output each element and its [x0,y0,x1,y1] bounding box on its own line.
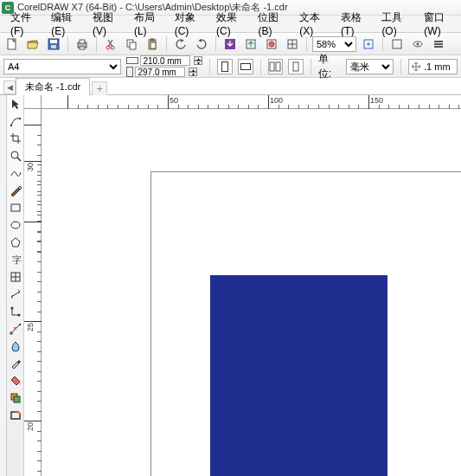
open-button[interactable] [24,35,42,53]
tab-add-button[interactable]: + [92,81,107,95]
svg-point-33 [11,222,20,228]
svg-point-37 [17,314,20,317]
height-spinner[interactable]: ▲▼ [189,68,197,76]
menu-object[interactable]: 对象(C) [170,9,209,39]
separator [96,36,97,52]
svg-rect-24 [434,43,443,45]
svg-rect-5 [80,40,85,43]
svg-rect-23 [434,41,443,42]
separator [166,36,167,52]
table-tool[interactable] [9,270,22,284]
svg-rect-27 [276,62,280,71]
paste-button[interactable] [144,35,161,53]
zoom-tool[interactable] [9,149,22,163]
rectangle-tool[interactable] [9,201,22,215]
text-tool[interactable]: 字 [9,253,22,267]
interactive-tool[interactable] [9,322,22,336]
nudge-input[interactable] [424,61,455,72]
nudge-distance[interactable] [408,59,458,74]
pick-tool[interactable] [9,97,22,111]
menu-edit[interactable]: 编辑(E) [46,9,86,39]
current-page-button[interactable] [288,59,304,74]
redo-button[interactable] [193,35,210,53]
menu-file[interactable]: 文件(F) [5,9,44,39]
width-spinner[interactable]: ▲▼ [194,56,202,65]
rectangle-shape[interactable] [210,275,387,476]
menu-bitmap[interactable]: 位图(B) [253,9,292,39]
menu-window[interactable]: 窗口(W) [419,9,461,39]
svg-point-36 [10,307,13,310]
landscape-button[interactable] [238,59,253,74]
transparency-tool[interactable] [9,339,22,353]
menu-text[interactable]: 文本(X) [294,9,334,39]
new-button[interactable] [3,35,21,53]
undo-button[interactable] [172,35,189,53]
svg-point-17 [269,42,274,47]
separator [260,59,261,74]
property-bar: A4A3A5LetterLegal ▲▼ ▲▼ 单位: 毫米厘米英寸像素点 [0,55,461,78]
svg-rect-38 [10,332,12,334]
tab-scroll-left[interactable]: ◀ [3,80,16,94]
export-button[interactable] [242,35,259,53]
nudge-icon [411,61,421,72]
fill-tool[interactable] [9,374,22,388]
freehand-tool[interactable] [9,166,22,180]
ellipse-tool[interactable] [9,218,22,232]
toolbox: 字 [7,95,24,476]
svg-text:字: 字 [12,254,22,265]
svg-rect-39 [19,324,21,325]
dimension-tool[interactable] [9,287,22,301]
page-width-input[interactable] [143,55,188,66]
menu-view[interactable]: 视图(V) [87,9,127,39]
import-button[interactable] [221,35,239,53]
fullscreen-button[interactable] [388,35,406,53]
menu-table[interactable]: 表格(T) [336,9,375,39]
height-icon [126,67,133,77]
print-button[interactable] [74,35,91,53]
svg-rect-32 [11,204,20,211]
svg-point-22 [417,42,419,45]
smart-fill-tool[interactable] [9,391,22,405]
document-tab[interactable]: 未命名 -1.cdr [16,78,90,95]
cut-button[interactable] [102,35,119,53]
options-button[interactable] [430,35,447,53]
horizontal-ruler[interactable]: 50100150200 [42,95,461,109]
eyedropper-tool[interactable] [9,357,22,370]
svg-rect-12 [150,39,154,41]
snap-button[interactable] [284,35,301,53]
separator [306,36,307,52]
all-pages-button[interactable] [268,59,284,74]
svg-rect-30 [19,118,21,119]
zoom-fit-button[interactable] [360,35,377,53]
separator [215,36,216,52]
width-icon [126,57,138,64]
portrait-button[interactable] [217,59,233,74]
crop-tool[interactable] [9,132,22,145]
menu-effects[interactable]: 效果(C) [211,9,251,39]
vertical-ruler[interactable]: 302520 [24,109,42,476]
save-button[interactable] [45,35,62,53]
zoom-select[interactable]: 10%25%50%58%75%100%200%400% [312,36,356,52]
menu-tools[interactable]: 工具(O) [376,9,417,39]
separator [382,36,383,52]
svg-rect-40 [14,327,16,330]
menu-layout[interactable]: 布局(L) [129,9,168,39]
svg-rect-20 [393,40,401,48]
outline-tool[interactable] [9,408,22,422]
page-height-input[interactable] [138,67,182,77]
svg-rect-26 [270,62,274,71]
copy-button[interactable] [123,35,140,53]
ruler-origin[interactable] [24,95,42,109]
drawing-canvas[interactable] [42,109,461,476]
separator [311,59,311,74]
preview-button[interactable] [409,35,426,53]
document-tabstrip: ◀ 未命名 -1.cdr + [0,78,461,95]
shape-tool[interactable] [9,114,22,128]
publish-button[interactable] [263,35,280,53]
units-select[interactable]: 毫米厘米英寸像素点 [346,59,394,74]
artistic-media-tool[interactable] [9,183,22,197]
svg-rect-13 [150,42,156,48]
connector-tool[interactable] [9,305,22,318]
polygon-tool[interactable] [9,235,22,249]
paper-size-select[interactable]: A4A3A5LetterLegal [3,59,121,74]
